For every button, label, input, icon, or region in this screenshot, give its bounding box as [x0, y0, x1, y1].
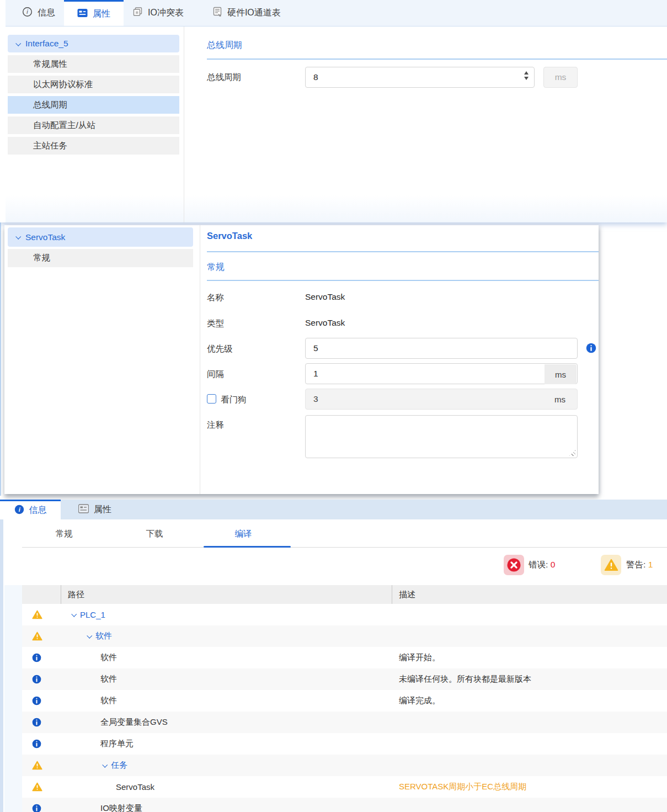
row-description: 编译开始。: [399, 647, 440, 668]
spinner-up-icon[interactable]: [524, 71, 529, 75]
watchdog-unit: ms: [554, 395, 565, 404]
tree-item-general[interactable]: 常规: [8, 249, 193, 267]
spinner-control[interactable]: [524, 71, 529, 80]
message-tab-bar: i 信息 属性: [0, 500, 667, 519]
tree-node-servotask[interactable]: ServoTask: [8, 227, 193, 247]
section-underline: [207, 280, 599, 281]
table-row[interactable]: PLC_1: [22, 604, 667, 625]
tree-item-ethernet-protocol[interactable]: 以太网协议标准: [8, 76, 179, 93]
row-path: 程序单元: [100, 733, 134, 755]
table-row[interactable]: 软件: [22, 625, 667, 647]
tab-label: IO冲突表: [148, 7, 184, 19]
tab-label: 属性: [93, 8, 110, 20]
tree-form-divider: [184, 26, 184, 222]
tree-item-label: 常规属性: [33, 59, 67, 70]
section-underline: [207, 59, 667, 60]
warning-label: 警告: 1: [626, 559, 653, 571]
error-text: 错误:: [529, 560, 548, 569]
warning-badge: [601, 555, 621, 575]
row-path: 软件: [100, 690, 117, 712]
row-description: 编译完成。: [399, 690, 440, 712]
tab-label: 信息: [29, 505, 47, 516]
info-circle-icon: i: [22, 7, 33, 19]
table-row[interactable]: 全局变量集合GVS: [22, 712, 667, 733]
watchdog-value: 3: [313, 394, 318, 404]
table-row[interactable]: ServoTask SERVOTASK周期小于EC总线周期: [22, 776, 667, 798]
warning-icon: [32, 610, 42, 621]
warning-icon: [32, 761, 42, 772]
type-value: ServoTask: [305, 318, 345, 328]
servotask-properties-panel: ServoTask 常规 ServoTask 常规 名称 ServoTask 类…: [4, 225, 599, 494]
info-filled-icon: i: [14, 505, 24, 517]
watchdog-label: 看门狗: [221, 394, 247, 406]
properties-body: Interface_5 常规属性 以太网协议标准 总线周期 自动配置主/从站 主…: [6, 26, 667, 222]
watchdog-checkbox[interactable]: [207, 394, 216, 404]
device-properties-panel: i 信息 属性 IO冲突表 硬件IO通道表 Interface_5: [0, 0, 667, 222]
priority-input[interactable]: 5: [305, 338, 578, 359]
bus-cycle-input[interactable]: 8: [305, 67, 535, 88]
subtab-compile[interactable]: 编译: [235, 528, 252, 540]
interval-unit: ms: [545, 364, 577, 384]
tab-info[interactable]: i 信息: [0, 500, 61, 519]
tab-info[interactable]: i 信息: [13, 0, 64, 26]
tab-properties[interactable]: 属性: [64, 0, 124, 26]
section-title-general: 常规: [207, 262, 225, 273]
error-label: 错误: 0: [529, 559, 555, 571]
table-row[interactable]: 软件 未编译任何块。所有块都是最新版本: [22, 668, 667, 690]
section-title-bus-cycle: 总线周期: [207, 40, 242, 51]
interval-input[interactable]: 1 ms: [305, 363, 578, 384]
table-row[interactable]: 软件 编译完成。: [22, 690, 667, 712]
row-path: 软件: [100, 668, 117, 690]
table-row[interactable]: 任务: [22, 755, 667, 776]
priority-label: 优先级: [207, 343, 233, 355]
tree-row-software[interactable]: 软件: [87, 625, 112, 647]
vertical-scrollbar[interactable]: [0, 519, 3, 812]
tab-io-conflict-table[interactable]: IO冲突表: [126, 0, 190, 26]
tree-node-interface5[interactable]: Interface_5: [8, 35, 179, 52]
table-row[interactable]: IO映射变量: [22, 798, 667, 812]
tree-item-label: 总线周期: [33, 99, 67, 111]
path-label: 程序单元: [100, 739, 134, 749]
path-label: PLC_1: [80, 610, 105, 619]
chevron-down-icon[interactable]: [15, 234, 21, 240]
watchdog-input: 3: [305, 389, 578, 410]
path-label: 软件: [100, 652, 117, 663]
table-header: 路径 描述: [22, 585, 667, 604]
chevron-down-icon[interactable]: [87, 633, 92, 639]
info-icon: [32, 739, 41, 750]
subtab-general[interactable]: 常规: [56, 528, 73, 540]
spinner-down-icon[interactable]: [524, 77, 529, 80]
tab-hardware-io-channel-table[interactable]: 硬件IO通道表: [206, 0, 287, 26]
name-value: ServoTask: [305, 292, 345, 302]
io-conflict-icon: [132, 7, 143, 19]
subtab-download[interactable]: 下载: [146, 528, 163, 540]
chevron-down-icon[interactable]: [15, 40, 21, 46]
priority-info-icon[interactable]: [586, 343, 596, 355]
tree-item-master-task[interactable]: 主站任务: [8, 137, 179, 155]
path-label: ServoTask: [116, 782, 154, 792]
chevron-down-icon[interactable]: [71, 612, 77, 617]
tab-properties[interactable]: 属性: [68, 500, 121, 519]
chevron-down-icon[interactable]: [102, 762, 108, 768]
tab-label: 硬件IO通道表: [227, 7, 281, 19]
tree-item-general-properties[interactable]: 常规属性: [8, 55, 179, 73]
subtab-baseline: [22, 547, 667, 548]
info-icon: [32, 718, 41, 729]
tree-item-bus-cycle[interactable]: 总线周期: [8, 96, 179, 114]
comment-textarea[interactable]: [305, 415, 578, 458]
table-row[interactable]: 程序单元: [22, 733, 667, 755]
bus-cycle-value: 8: [313, 72, 318, 82]
table-row[interactable]: 软件 编译开始。: [22, 647, 667, 668]
svg-text:i: i: [26, 8, 28, 15]
warning-text: 警告:: [626, 560, 645, 569]
hardware-io-table-icon: [212, 7, 222, 19]
row-description: 未编译任何块。所有块都是最新版本: [399, 668, 531, 690]
path-label: IO映射变量: [100, 803, 142, 812]
column-header-description: 描述: [392, 585, 667, 604]
tree-row-tasks[interactable]: 任务: [103, 755, 127, 776]
tree-item-auto-config-master-slave[interactable]: 自动配置主/从站: [8, 116, 179, 134]
row-description-warning: SERVOTASK周期小于EC总线周期: [399, 776, 526, 798]
tree-row-plc1[interactable]: PLC_1: [72, 604, 105, 625]
info-icon: [32, 653, 41, 664]
resize-handle-icon[interactable]: [569, 450, 575, 456]
